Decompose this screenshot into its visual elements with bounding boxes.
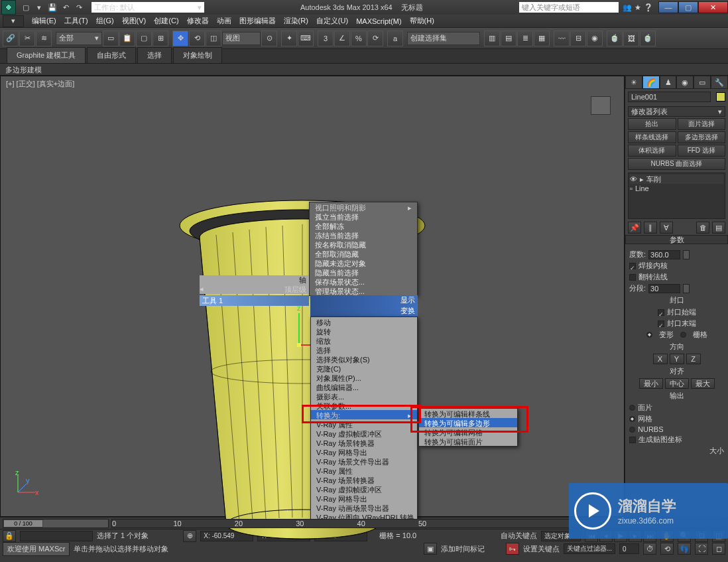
spinner-segs[interactable]: 30 bbox=[648, 284, 680, 293]
menu-group[interactable]: 组(G) bbox=[92, 15, 118, 27]
btn-pick[interactable]: 拾出 bbox=[628, 118, 676, 130]
ctx-select-similar[interactable]: 选择类似对象(S) bbox=[311, 354, 417, 364]
modifier-list[interactable]: 修改器列表▾ bbox=[628, 106, 725, 117]
ctx-vray-animexp[interactable]: V-Ray 动画场景导出器 bbox=[311, 503, 417, 512]
menu-modifiers[interactable]: 修改器 bbox=[183, 15, 213, 27]
window-cross-icon[interactable]: ⊞ bbox=[152, 31, 168, 46]
refcoord-combo[interactable]: 视图 bbox=[222, 32, 261, 45]
ctx-dope[interactable]: 摄影表... bbox=[311, 391, 417, 401]
pivot-icon[interactable]: ⊙ bbox=[261, 31, 277, 46]
ctx-hide-unsel[interactable]: 隐藏未选定对象 bbox=[310, 258, 417, 267]
align-icon[interactable]: ▤ bbox=[501, 31, 516, 46]
tab-display[interactable]: ▭ bbox=[694, 76, 711, 89]
rotate-icon[interactable]: ⟲ bbox=[189, 31, 205, 46]
snap3-icon[interactable]: 3 bbox=[318, 31, 334, 46]
lock-icon[interactable]: 🔒 bbox=[3, 530, 16, 542]
comm-icon[interactable]: 👥 bbox=[623, 3, 632, 12]
ctx-vray-sceneexp[interactable]: V-Ray 场景文件导出器 bbox=[311, 457, 417, 466]
tab-freeform[interactable]: 自由形式 bbox=[87, 47, 136, 63]
spinsnap-icon[interactable]: ⟳ bbox=[367, 31, 383, 46]
tab-selection[interactable]: 选择 bbox=[137, 47, 172, 63]
menu-anim[interactable]: 动画 bbox=[213, 15, 235, 27]
rendered-frame-icon[interactable]: 🖼 bbox=[623, 31, 639, 46]
link-icon[interactable]: 🔗 bbox=[3, 31, 19, 46]
radio-morph[interactable] bbox=[646, 332, 652, 338]
ctx-obj-props[interactable]: 对象属性(P)... bbox=[311, 373, 417, 382]
quad-toplevel[interactable]: ◂顶层级 bbox=[200, 285, 309, 294]
chk-weldcore[interactable] bbox=[629, 263, 636, 269]
remove-mod-icon[interactable]: 🗑 bbox=[696, 222, 709, 234]
ctx-clone[interactable]: 克隆(C) bbox=[311, 364, 417, 373]
viewport-label[interactable]: [+] [正交] [真实+边面] bbox=[6, 79, 74, 89]
ctx-vray-vfb2[interactable]: V-Ray 虚拟帧缓冲区 bbox=[311, 484, 417, 494]
selectname-icon[interactable]: 📋 bbox=[119, 31, 135, 46]
rollout-params[interactable]: 参数 bbox=[625, 235, 728, 244]
viewport[interactable]: [+] [正交] [真实+边面] bbox=[0, 76, 625, 517]
menu-help[interactable]: 帮助(H) bbox=[406, 15, 438, 27]
pin-stack-icon[interactable]: 📌 bbox=[628, 222, 641, 234]
axis-x[interactable]: X bbox=[653, 354, 668, 364]
tab-modify[interactable]: 🌈 bbox=[642, 76, 660, 89]
redo-icon[interactable]: ↷ bbox=[73, 1, 85, 13]
ctx-hide-sel[interactable]: 隐藏当前选择 bbox=[310, 267, 417, 277]
manip-icon[interactable]: ✦ bbox=[281, 31, 297, 46]
selfilter-combo[interactable]: 全部 ▾ bbox=[56, 32, 102, 45]
current-frame[interactable]: 0 bbox=[619, 543, 639, 554]
tab-utilities[interactable]: 🔧 bbox=[711, 76, 728, 89]
chk-capend[interactable] bbox=[658, 320, 664, 327]
tab-paint[interactable]: 对象绘制 bbox=[173, 47, 222, 63]
unlink-icon[interactable]: ✂ bbox=[19, 31, 35, 46]
ctx-isolate[interactable]: 孤立当前选择 bbox=[310, 212, 417, 221]
align-min[interactable]: 最小 bbox=[639, 378, 663, 389]
time-slider[interactable]: 0 / 100 bbox=[3, 519, 109, 528]
viewcube-thumb[interactable] bbox=[591, 96, 611, 115]
menu-graph[interactable]: 图形编辑器 bbox=[235, 15, 280, 27]
spinner-arrows2[interactable] bbox=[683, 284, 690, 293]
btn-polysel[interactable]: 多边形选择 bbox=[678, 131, 726, 143]
axis-z[interactable]: Z bbox=[686, 354, 701, 364]
graphite-icon[interactable]: ▦ bbox=[534, 31, 550, 46]
esel-icon[interactable]: a bbox=[387, 31, 403, 46]
select-icon[interactable]: ▭ bbox=[103, 31, 119, 46]
layers-icon[interactable]: ≣ bbox=[517, 31, 533, 46]
selset-combo[interactable]: 创建选择集 bbox=[407, 32, 480, 45]
radio-grid[interactable] bbox=[680, 332, 686, 338]
modifier-stack[interactable]: 👁▸车削 ▫Line bbox=[628, 173, 725, 219]
object-name-field[interactable]: Line001 bbox=[628, 92, 711, 102]
spinner-degrees[interactable]: 360.0 bbox=[648, 250, 680, 259]
chk-flipnormals[interactable] bbox=[629, 274, 636, 281]
btn-patchsel[interactable]: 面片选择 bbox=[678, 118, 726, 130]
selection-set-box[interactable] bbox=[20, 531, 93, 541]
nav-extra-icon[interactable]: ◻ bbox=[712, 543, 725, 555]
open-icon[interactable]: ▾ bbox=[33, 1, 45, 13]
btn-splinesel[interactable]: 样条线选择 bbox=[628, 131, 676, 143]
minimize-button[interactable]: — bbox=[658, 1, 678, 13]
ctx-move[interactable]: 移动 bbox=[311, 317, 417, 326]
keymode-icon[interactable]: ⌨ bbox=[298, 31, 314, 46]
ctx-scale[interactable]: 缩放 bbox=[311, 336, 417, 345]
axis-y[interactable]: Y bbox=[670, 354, 684, 364]
radio-mesh[interactable] bbox=[629, 416, 635, 422]
star-icon[interactable]: ★ bbox=[635, 3, 641, 12]
tab-hierarchy[interactable]: ♟ bbox=[660, 76, 677, 89]
render-setup-icon[interactable]: 🍵 bbox=[607, 31, 623, 46]
chk-genmap[interactable] bbox=[629, 437, 636, 443]
chk-capstart[interactable] bbox=[658, 309, 664, 316]
menu-tools[interactable]: 工具(T) bbox=[60, 15, 92, 27]
menu-view[interactable]: 视图(V) bbox=[118, 15, 151, 27]
ctx-vray-meshexp2[interactable]: V-Ray 网格导出 bbox=[311, 494, 417, 503]
keyfilter-button[interactable]: 关键点过滤器... bbox=[564, 543, 615, 554]
anglesnap-icon[interactable]: ∠ bbox=[334, 31, 350, 46]
menu-maxscript[interactable]: MAXScript(M) bbox=[352, 16, 405, 27]
menu-render[interactable]: 渲染(R) bbox=[280, 15, 312, 27]
ctx-save-state[interactable]: 保存场景状态... bbox=[310, 277, 417, 286]
nav-orbit-icon[interactable]: ⟲ bbox=[660, 543, 674, 555]
move-icon[interactable]: ✥ bbox=[172, 31, 188, 46]
welcome-panel[interactable]: 欢迎使用 MAXScr bbox=[3, 542, 70, 556]
maximize-button[interactable]: ▢ bbox=[678, 1, 698, 13]
ctx-freeze-sel[interactable]: 冻结当前选择 bbox=[310, 230, 417, 240]
ctx-vp-lighting[interactable]: 视口照明和阴影▸ bbox=[310, 202, 417, 212]
align-max[interactable]: 最大 bbox=[691, 378, 715, 389]
align-center[interactable]: 中心 bbox=[665, 378, 689, 389]
mirror-icon[interactable]: ▥ bbox=[484, 31, 500, 46]
